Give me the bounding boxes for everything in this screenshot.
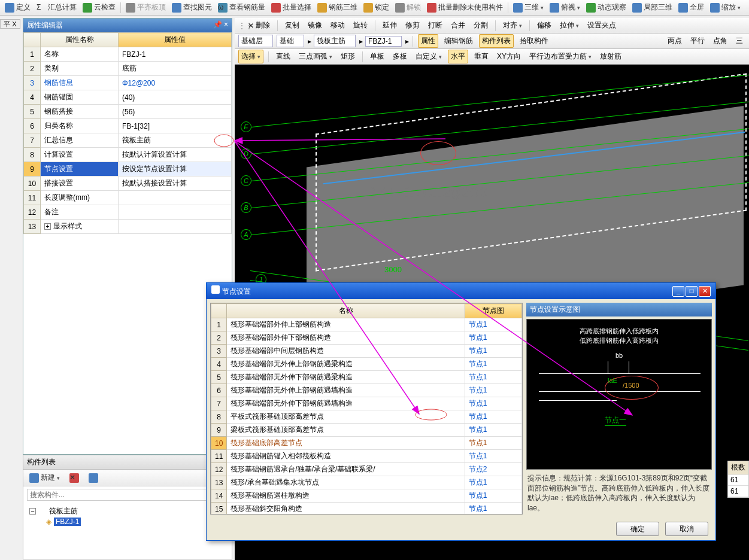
tree-item-selected[interactable]: FBZJ-1 xyxy=(54,518,81,526)
node-row[interactable]: 12筏形基础钢筋遇承台/独基/承台梁/基础联系梁/节点2 xyxy=(211,463,522,476)
prop-row[interactable]: 10搭接设置按默认搭接设置计算 xyxy=(24,176,232,191)
vp-select[interactable]: 选择 xyxy=(238,50,263,63)
prop-row[interactable]: 4钢筋锚固(40) xyxy=(24,90,232,105)
prop-row[interactable]: 2类别底筋 xyxy=(24,62,232,76)
vp-arc[interactable]: 三点画弧 xyxy=(296,50,335,63)
vp-rotate[interactable]: 旋转 xyxy=(351,19,370,32)
copy-icon[interactable] xyxy=(86,471,101,484)
tb-find[interactable]: 查找图元 xyxy=(169,1,214,14)
node-row[interactable]: 14筏形基础钢筋遇柱墩构造节点1 xyxy=(211,489,522,503)
vp-2pt[interactable]: 两点 xyxy=(665,35,684,47)
node-row[interactable]: 8平板式筏形基础顶部高差节点节点1 xyxy=(211,410,522,424)
vp-break[interactable]: 打断 xyxy=(426,19,445,32)
vp-parallel[interactable]: 平行 xyxy=(688,35,707,47)
prop-row[interactable]: 12备注 xyxy=(24,205,232,220)
ok-button[interactable]: 确定 xyxy=(616,522,659,536)
vp-rect[interactable]: 矩形 xyxy=(338,50,357,63)
vp-single[interactable]: 单板 xyxy=(368,50,387,63)
type-select[interactable]: 筏板主筋 xyxy=(314,35,356,47)
node-row[interactable]: 10筏形基础底部高差节点节点1 xyxy=(211,437,522,450)
tb-fullscreen[interactable]: 全屏 xyxy=(676,1,706,14)
vp-pick[interactable]: 拾取构件 xyxy=(517,35,551,47)
tb-zoom[interactable]: 缩放 xyxy=(708,1,743,14)
maximize-icon[interactable]: □ xyxy=(686,286,698,297)
vp-copy[interactable]: 复制 xyxy=(283,19,302,32)
prop-row[interactable]: 5钢筋搭接(56) xyxy=(24,105,232,119)
close-icon[interactable]: ✕ xyxy=(699,286,711,297)
prop-row[interactable]: 8计算设置按默认计算设置计算 xyxy=(24,148,232,162)
close-icon[interactable]: × xyxy=(224,20,228,29)
vp-custom[interactable]: 自定义 xyxy=(413,50,444,63)
vp-align[interactable]: 对齐 xyxy=(501,19,524,32)
vp-mirror[interactable]: 镜像 xyxy=(305,19,325,32)
vp-edgebar[interactable]: 平行边布置受力筋 xyxy=(527,50,594,63)
component-tree[interactable]: −筏板主筋 ◈FBZJ-1 xyxy=(23,503,232,529)
node-table[interactable]: 名称节点图 1筏形基础端部外伸上部钢筋构造节点12筏形基础端部外伸下部钢筋构造节… xyxy=(211,303,522,515)
node-row[interactable]: 13筏形/承台基础遇集水坑节点节点1 xyxy=(211,476,522,489)
vp-multi[interactable]: 多板 xyxy=(390,50,410,63)
tb-3d[interactable]: 三维 xyxy=(511,1,546,14)
vp-3pt[interactable]: 三 xyxy=(733,35,745,47)
pin-icon[interactable]: 📌 xyxy=(213,20,222,29)
vp-offset[interactable]: 偏移 xyxy=(535,19,554,32)
vp-line[interactable]: 直线 xyxy=(274,50,293,63)
member-select[interactable]: FBZJ-1 xyxy=(365,36,402,47)
prop-row[interactable]: 13+显示样式 xyxy=(24,220,232,234)
node-row[interactable]: 1筏形基础端部外伸上部钢筋构造节点1 xyxy=(211,318,522,331)
node-row[interactable]: 15筏形基础斜交阳角构造节点1 xyxy=(211,503,522,515)
node-row[interactable]: 11筏形基础钢筋锚入相邻筏板构造节点1 xyxy=(211,450,522,463)
node-row[interactable]: 4筏形基础端部无外伸上部钢筋遇梁构造节点1 xyxy=(211,358,522,371)
vp-complist[interactable]: 构件列表 xyxy=(479,34,514,48)
tb-orbit[interactable]: 动态观察 xyxy=(584,1,629,14)
prop-row[interactable]: 9节点设置按设定节点设置计算 xyxy=(24,162,232,176)
vp-delete[interactable]: ✕ 删除 xyxy=(245,19,272,32)
floor-select[interactable]: 基础层 xyxy=(238,35,273,47)
cancel-button[interactable]: 取消 xyxy=(665,522,708,536)
tb-viewrebar[interactable]: ω查看钢筋量 xyxy=(216,1,268,14)
tb-unlock[interactable]: 解锁 xyxy=(393,1,423,14)
tb-batchdel[interactable]: 批量删除未使用构件 xyxy=(424,1,505,14)
vp-extend[interactable]: 延伸 xyxy=(380,19,399,32)
vp-grips[interactable]: 设置夹点 xyxy=(585,19,618,32)
vp-ptangle[interactable]: 点角 xyxy=(711,35,730,47)
tb-flushtop[interactable]: 平齐板顶 xyxy=(123,1,168,14)
tb-cloudcheck[interactable]: 云检查 xyxy=(80,1,118,14)
vp-move[interactable]: 移动 xyxy=(328,19,347,32)
vp-split[interactable]: 分割 xyxy=(471,19,490,32)
tb-define[interactable]: 定义 xyxy=(2,1,33,14)
tree-root[interactable]: 筏板主筋 xyxy=(49,506,78,516)
prop-row[interactable]: 3钢筋信息Φ12@200 xyxy=(24,76,232,90)
search-input[interactable] xyxy=(27,489,228,501)
tb-sumcalc[interactable]: Σ汇总计算 xyxy=(34,1,79,14)
vp-radial[interactable]: 放射筋 xyxy=(598,50,624,63)
vp-vert[interactable]: 垂直 xyxy=(472,50,491,63)
tb-top[interactable]: 俯视 xyxy=(547,1,583,14)
node-row[interactable]: 9梁板式筏形基础顶部高差节点节点1 xyxy=(211,424,522,437)
delete-icon[interactable]: ✕ xyxy=(67,471,81,484)
vp-trim[interactable]: 修剪 xyxy=(403,19,422,32)
node-row[interactable]: 3筏形基础端部中间层钢筋构造节点1 xyxy=(211,345,522,358)
tb-local3d[interactable]: 局部三维 xyxy=(630,1,675,14)
minimize-icon[interactable]: _ xyxy=(672,286,684,297)
vp-merge[interactable]: 合并 xyxy=(448,19,468,32)
node-row[interactable]: 6筏形基础端部无外伸上部钢筋遇墙构造节点1 xyxy=(211,384,522,397)
property-grid[interactable]: 属性名称属性值 1名称FBZJ-12类别底筋3钢筋信息Φ12@2004钢筋锚固(… xyxy=(23,32,232,234)
vp-xy[interactable]: XY方向 xyxy=(495,50,523,63)
node-row[interactable]: 5筏形基础端部无外伸下部钢筋遇梁构造节点1 xyxy=(211,371,522,384)
dialog-titlebar[interactable]: 节点设置 _ □ ✕ xyxy=(207,283,715,299)
category-select[interactable]: 基础 xyxy=(277,35,304,47)
prop-row[interactable]: 11长度调整(mm) xyxy=(24,191,232,205)
prop-row[interactable]: 1名称FBZJ-1 xyxy=(24,47,232,62)
vp-props[interactable]: 属性 xyxy=(418,34,438,48)
tb-lock[interactable]: 锁定 xyxy=(361,1,392,14)
prop-row[interactable]: 7汇总信息筏板主筋 xyxy=(24,133,232,148)
tb-batchsel[interactable]: 批量选择 xyxy=(269,1,314,14)
node-row[interactable]: 7筏形基础端部无外伸下部钢筋遇墙构造节点1 xyxy=(211,397,522,410)
vp-editrebar[interactable]: 编辑钢筋 xyxy=(442,35,475,47)
vp-stretch[interactable]: 拉伸 xyxy=(557,19,581,32)
node-row[interactable]: 2筏形基础端部外伸下部钢筋构造节点1 xyxy=(211,331,522,345)
left-sidebar-stub[interactable]: 平 X xyxy=(0,19,20,29)
vp-horiz[interactable]: 水平 xyxy=(448,50,468,63)
tb-rebar3d[interactable]: 钢筋三维 xyxy=(315,1,360,14)
prop-row[interactable]: 6归类名称FB-1[32] xyxy=(24,119,232,133)
